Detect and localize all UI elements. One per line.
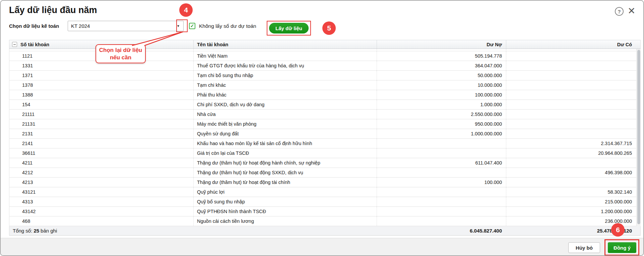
- table-row[interactable]: 4211 Thặng dư (thâm hụt) từ hoạt động hà…: [9, 158, 636, 168]
- cell-so-tai-khoan: 21131: [9, 119, 193, 129]
- dialog-lay-du-lieu-dau-nam: Lấy dữ liệu đầu năm ? ✕ Chọn dữ liệu kế …: [0, 0, 644, 256]
- cell-so-tai-khoan: 4211: [9, 158, 193, 168]
- no-budget-balance-checkbox[interactable]: ✓: [189, 23, 195, 29]
- cell-du-no: 10.000.000: [377, 80, 506, 90]
- cell-du-co: [506, 90, 637, 100]
- cell-so-tai-khoan: 43142: [9, 207, 193, 216]
- cell-du-no: [377, 207, 506, 216]
- cell-so-tai-khoan: 36611: [9, 148, 193, 158]
- cell-ten-tai-khoan: Máy móc thiết bị văn phòng: [193, 119, 377, 129]
- vertical-scrollbar[interactable]: [637, 49, 641, 226]
- cell-ten-tai-khoan: Phải thu khác: [193, 90, 377, 100]
- cell-du-co: [506, 61, 637, 70]
- step-badge-4: 4: [179, 3, 193, 17]
- cell-ten-tai-khoan: Thặng dư (thâm hụt) từ hoạt động tài chí…: [193, 178, 377, 187]
- table-row[interactable]: 1371 Tạm chi bổ sung thu nhập 50.000.000: [9, 71, 636, 80]
- record-count: Tổng số: 25 bản ghi: [9, 226, 377, 235]
- table-body: 1111 Tiền Việt Nam 105.194.778 1121 Tiền…: [9, 49, 637, 226]
- cell-ten-tai-khoan: Thuế GTGT được khấu trừ của hàng hóa, dị…: [193, 61, 377, 70]
- cell-so-tai-khoan: 4212: [9, 168, 193, 177]
- cell-du-no: [377, 187, 506, 197]
- cell-du-no: 50.000.000: [377, 71, 506, 80]
- step-badge-5: 5: [322, 21, 336, 35]
- cell-du-co: [506, 49, 636, 51]
- cell-ten-tai-khoan: Quyền sử dụng đất: [193, 129, 377, 138]
- cell-du-co: [506, 119, 637, 129]
- table-row[interactable]: 21131 Máy móc thiết bị văn phòng 950.000…: [9, 119, 636, 129]
- cell-ten-tai-khoan: Quỹ bổ sung thu nhập: [193, 197, 377, 206]
- table-row[interactable]: 468 Nguồn cải cách tiền lương 236.000.00…: [9, 216, 636, 226]
- cell-du-co: 20.964.800.265: [506, 148, 637, 158]
- table-row[interactable]: 4313 Quỹ bổ sung thu nhập 215.000.000: [9, 197, 636, 207]
- scrollbar-thumb[interactable]: [637, 50, 640, 224]
- table-row[interactable]: 36611 Giá trị còn lại của TSCĐ 20.964.80…: [9, 148, 636, 158]
- cell-du-no: 611.047.400: [377, 158, 506, 168]
- table-row[interactable]: 21111 Nhà cửa 2.550.000.000: [9, 110, 636, 119]
- cell-du-no: 100.000: [377, 178, 506, 187]
- cell-ten-tai-khoan: Thặng dư (thâm hụt) từ hoạt động hành ch…: [193, 158, 377, 168]
- cell-so-tai-khoan: 1388: [9, 90, 193, 100]
- table-row[interactable]: 2141 Khấu hao và hao mòn lũy kế tài sản …: [9, 139, 636, 148]
- cell-so-tai-khoan: 2141: [9, 139, 193, 148]
- cell-so-tai-khoan: 4213: [9, 178, 193, 187]
- cell-du-co: [506, 178, 637, 187]
- table-row[interactable]: 4212 Thặng dư (thâm hụt) từ hoạt động SX…: [9, 168, 636, 178]
- no-budget-balance-label: Không lấy số dư dự toán: [199, 23, 256, 29]
- cell-so-tai-khoan: 154: [9, 100, 193, 109]
- close-icon[interactable]: ✕: [628, 5, 635, 17]
- cell-ten-tai-khoan: Quỹ phúc lợi: [193, 187, 377, 197]
- header-du-co[interactable]: Dư Có: [506, 40, 637, 49]
- cell-so-tai-khoan: 1378: [9, 80, 193, 90]
- cell-du-no: 505.194.778: [377, 51, 506, 61]
- help-icon[interactable]: ?: [615, 7, 624, 16]
- total-du-no: 6.045.827.400: [377, 226, 506, 235]
- cell-so-tai-khoan: 21111: [9, 110, 193, 119]
- data-select-label: Chọn dữ liệu kế toán: [9, 23, 59, 29]
- annotation-box-dropdown-arrow: [176, 19, 188, 32]
- cell-du-no: 950.000.000: [377, 119, 506, 129]
- cell-du-no: 105.194.778: [377, 49, 506, 51]
- cell-du-no: [377, 148, 506, 158]
- cell-ten-tai-khoan: Tạm chi khác: [193, 80, 377, 90]
- cell-ten-tai-khoan: Chi phí SXKD, dịch vụ dở dang: [193, 100, 377, 109]
- dialog-footer-bar: [1, 238, 643, 255]
- table-row[interactable]: 1388 Phải thu khác 100.000.000: [9, 90, 636, 100]
- cell-du-co: [506, 100, 637, 109]
- table-row[interactable]: 43121 Quỹ phúc lợi 58.302.140: [9, 187, 636, 197]
- cell-du-no: [377, 197, 506, 206]
- cell-du-co: 215.000.000: [506, 197, 637, 206]
- cell-du-no: [377, 216, 506, 226]
- cell-du-co: [506, 71, 637, 80]
- cell-du-co: [506, 51, 637, 61]
- table-footer: Tổng số: 25 bản ghi 6.045.827.400 25.478…: [9, 226, 641, 236]
- cell-du-co: [506, 110, 637, 119]
- cell-du-co: 58.302.140: [506, 187, 637, 197]
- cell-du-no: [377, 139, 506, 148]
- cell-ten-tai-khoan: Nhà cửa: [193, 110, 377, 119]
- table-row[interactable]: 154 Chi phí SXKD, dịch vụ dở dang 1.000.…: [9, 100, 636, 110]
- cell-du-co: [506, 129, 637, 138]
- header-ten-tai-khoan[interactable]: Tên tài khoản: [193, 40, 377, 49]
- table-rows: 1121 Tiền Việt Nam 505.194.778 1331 Thuế…: [9, 51, 636, 226]
- cell-du-no: 364.047.000: [377, 61, 506, 70]
- table-row[interactable]: 4213 Thặng dư (thâm hụt) từ hoạt động tà…: [9, 178, 636, 187]
- table-row[interactable]: 2131 Quyền sử dụng đất 1.000.000.000: [9, 129, 636, 139]
- cell-du-no: 2.550.000.000: [377, 110, 506, 119]
- page-title: Lấy dữ liệu đầu năm: [9, 5, 97, 15]
- cell-du-co: 1.200.000.000: [506, 207, 637, 216]
- cell-ten-tai-khoan: Tiền Việt Nam: [193, 49, 377, 51]
- cell-ten-tai-khoan: Tiền Việt Nam: [193, 51, 377, 61]
- cancel-button[interactable]: Hủy bỏ: [568, 242, 600, 253]
- cell-so-tai-khoan: 1371: [9, 71, 193, 80]
- select-all-checkbox-indeterminate[interactable]: [12, 42, 17, 47]
- annotation-box-ok-button: [604, 239, 639, 256]
- header-du-no[interactable]: Dư Nợ: [377, 40, 506, 49]
- table-row[interactable]: 43142 Quỹ PTHĐSN hình thành TSCĐ 1.200.0…: [9, 207, 636, 216]
- cell-du-co: [506, 80, 637, 90]
- cell-ten-tai-khoan: Giá trị còn lại của TSCĐ: [193, 148, 377, 158]
- table-row[interactable]: 1378 Tạm chi khác 10.000.000: [9, 80, 636, 90]
- cell-du-no: 1.000.000.000: [377, 129, 506, 138]
- cell-du-co: [506, 158, 637, 168]
- cell-du-no: [377, 168, 506, 177]
- accounting-data-combobox[interactable]: KT 2024 ▼: [68, 21, 184, 31]
